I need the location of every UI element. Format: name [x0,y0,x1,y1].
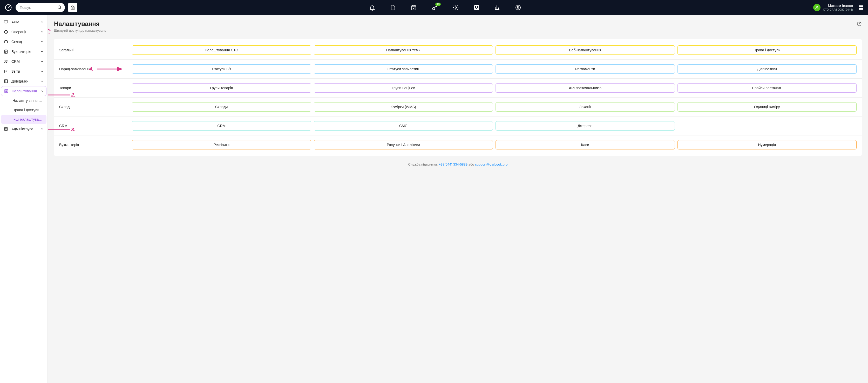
user-text: Максим Іванов СТО CARBOOK (9444) [823,4,853,11]
key-badge: 10 [435,3,441,6]
btn-cells-wms[interactable]: Комірки (WMS) [314,102,493,111]
calendar-check-icon[interactable] [411,4,417,11]
search-wrap [16,3,65,12]
btn-sources[interactable]: Джерела [496,121,675,130]
apps-grid-icon[interactable] [858,5,864,10]
chart-icon[interactable] [494,4,500,11]
row-label: Загальні [59,48,127,52]
btn-sto-settings[interactable]: Налаштування СТО [132,45,311,55]
sidebar-sub-other[interactable]: Інші налаштування [1,115,46,124]
file-plus-icon[interactable] [390,4,396,11]
chevron-down-icon [40,50,44,54]
main: Налаштування Швидкий доступ до налаштува… [48,15,868,383]
btn-crm[interactable]: CRM [132,121,311,130]
btn-sms[interactable]: СМС [314,121,493,130]
chevron-down-icon [40,40,44,43]
key-icon[interactable]: 10 [431,4,438,11]
row-goods: Товари Групи товарів Групи націнок API п… [54,78,862,97]
btn-cashboxes[interactable]: Каси [496,140,675,150]
topbar-center: 10 [81,4,810,11]
btn-warehouses[interactable]: Склади [132,102,311,111]
contact-icon[interactable] [473,4,480,11]
btn-regulations[interactable]: Регламенти [496,64,675,74]
row-label: Товари [59,86,127,90]
btn-supplier-prices[interactable]: Прайси постачал. [678,83,857,93]
row-general: Загальні Налаштування СТО Налаштування т… [54,41,862,59]
row-order: Наряд-замовлення Статуси н/з Статуси зап… [54,59,862,78]
sidebar-label: Адміністрування [11,127,37,131]
row-crm: CRM CRM СМС Джерела [54,116,862,135]
footer-email[interactable]: support@carbook.pro [475,162,507,166]
svg-point-23 [859,25,860,25]
svg-rect-9 [859,5,861,7]
bank-button[interactable] [68,3,78,12]
speedometer-logo-icon[interactable] [4,3,12,12]
svg-point-17 [5,60,6,62]
btn-accounts-analytics[interactable]: Рахунки і Аналітики [314,140,493,150]
chevron-down-icon [40,79,44,83]
gear-icon[interactable] [453,4,459,11]
settings-card: Загальні Налаштування СТО Налаштування т… [54,39,862,156]
row-stock: Склад Склади Комірки (WMS) Локації Одини… [54,97,862,116]
svg-rect-11 [859,8,861,10]
layout: АРМ Операції Склад Бухгалтерія CRM Звіти [0,15,868,383]
sidebar-item-settings[interactable]: Налаштування [1,86,46,96]
sidebar-sub-access[interactable]: Права і доступи [0,105,48,115]
svg-rect-2 [412,6,416,10]
user-block[interactable]: Максим Іванов СТО CARBOOK (9444) [813,4,864,11]
btn-numbering[interactable]: Нумерація [678,140,857,150]
svg-rect-15 [4,41,7,43]
btn-diagnostics[interactable]: Діагностики [678,64,857,74]
sidebar: АРМ Операції Склад Бухгалтерія CRM Звіти [0,15,48,383]
btn-units[interactable]: Одиниці виміру [678,102,857,111]
btn-suppliers-api[interactable]: API постачальників [496,83,675,93]
page-subtitle: Швидкий доступ до налаштувань [54,29,862,32]
chevron-down-icon [40,60,44,63]
help-icon[interactable] [857,21,862,27]
sidebar-item-reports[interactable]: Звіти [0,66,48,76]
svg-point-8 [816,6,817,7]
btn-markup-groups[interactable]: Групи націнок [314,83,493,93]
btn-product-groups[interactable]: Групи товарів [132,83,311,93]
btn-requisites[interactable]: Реквізити [132,140,311,150]
sidebar-item-arm[interactable]: АРМ [0,17,48,27]
topbar: 10 Максим Іванов СТО CARBOOK (9444) [0,0,868,15]
sidebar-label: CRM [11,59,37,64]
btn-access-rights[interactable]: Права і доступи [678,45,857,55]
btn-nz-statuses[interactable]: Статуси н/з [132,64,311,74]
sidebar-label: АРМ [11,20,37,24]
sidebar-item-directories[interactable]: Довідники [0,76,48,86]
svg-point-3 [433,7,435,10]
sidebar-item-accounting[interactable]: Бухгалтерія [0,47,48,57]
svg-rect-19 [4,79,7,83]
svg-point-1 [58,6,61,8]
user-name: Максим Іванов [823,4,853,8]
row-accounting: Бухгалтерія Реквізити Рахунки і Аналітик… [54,135,862,154]
svg-line-25 [48,15,50,31]
sidebar-sub-sto[interactable]: Налаштування СТО [0,96,48,105]
annotation-1: 1. [48,29,50,35]
btn-theme-settings[interactable]: Налаштування теми [314,45,493,55]
bell-icon[interactable] [369,4,375,11]
btn-locations[interactable]: Локації [496,102,675,111]
svg-rect-20 [5,90,8,93]
dollar-icon[interactable] [515,4,521,11]
sidebar-label: Довідники [11,79,37,83]
user-org: СТО CARBOOK (9444) [823,8,853,11]
row-label: CRM [59,124,127,128]
sidebar-label: Бухгалтерія [11,50,37,54]
sidebar-item-operations[interactable]: Операції [0,27,48,37]
btn-parts-statuses[interactable]: Статуси запчастин [314,64,493,74]
sidebar-item-admin[interactable]: Адміністрування [0,124,48,134]
row-label: Склад [59,105,127,109]
search-icon [57,5,62,10]
btn-web-settings[interactable]: Веб-налаштування [496,45,675,55]
arrow-1 [48,15,53,31]
sidebar-item-crm[interactable]: CRM [0,57,48,66]
svg-point-4 [455,7,457,8]
footer-prefix: Служба підтримки: [408,162,439,166]
sidebar-item-stock[interactable]: Склад [0,37,48,47]
footer-phone[interactable]: +38(044) 334-5889 [439,162,467,166]
footer-mid: або [468,162,475,166]
chevron-down-icon [40,30,44,34]
